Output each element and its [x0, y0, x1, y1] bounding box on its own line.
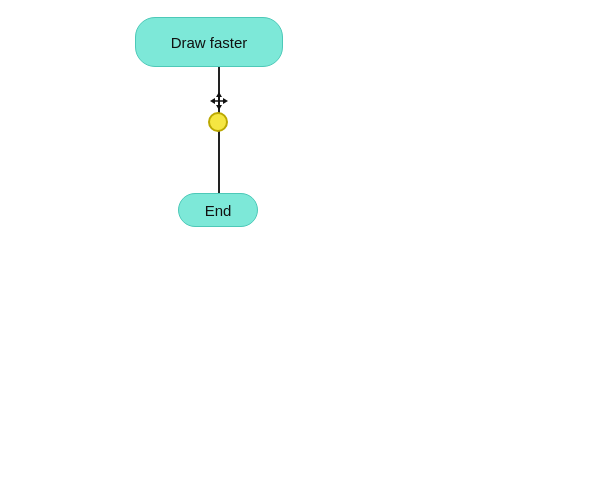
draw-faster-label: Draw faster — [171, 34, 248, 51]
end-node[interactable]: End — [178, 193, 258, 227]
move-cursor-icon — [208, 90, 230, 112]
connector-dot[interactable] — [208, 112, 228, 132]
draw-faster-node[interactable]: Draw faster — [135, 17, 283, 67]
move-arrows-svg — [209, 91, 229, 111]
end-label: End — [205, 202, 232, 219]
diagram-canvas: Draw faster End — [0, 0, 600, 500]
